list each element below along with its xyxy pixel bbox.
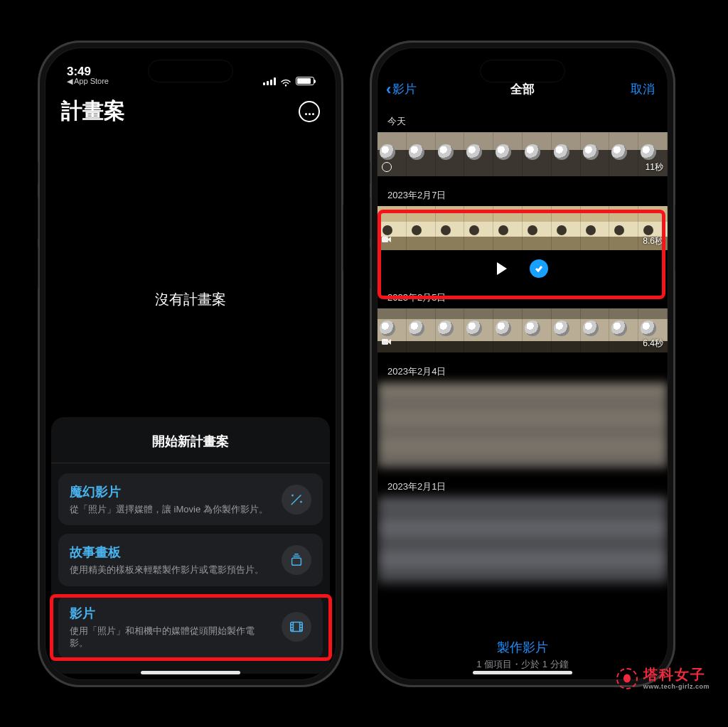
clip-item-selected[interactable]: 8.6秒 (378, 206, 668, 250)
new-project-sheet: 開始新計畫案 魔幻影片 從「照片」選擇媒體，讓 iMovie 為你製作影片。 (51, 417, 330, 674)
section-label: 2023年2月1日 (378, 475, 668, 497)
side-button (370, 197, 370, 239)
cancel-button[interactable]: 取消 (631, 81, 655, 97)
wand-icon (282, 485, 311, 515)
clip-item-blurred[interactable] (378, 497, 668, 583)
option-magic-movie[interactable]: 魔幻影片 從「照片」選擇媒體，讓 iMovie 為你製作影片。 (58, 473, 323, 526)
option-movie[interactable]: 影片 使用「照片」和相機中的媒體從頭開始製作電影。 (58, 595, 323, 659)
side-button (38, 197, 38, 239)
option-title: 影片 (70, 605, 272, 622)
watermark-name: 塔科女子 (643, 667, 710, 682)
more-button[interactable] (299, 101, 320, 122)
clip-item-blurred[interactable] (378, 382, 668, 468)
film-icon (282, 612, 311, 642)
back-button[interactable]: ‹ 影片 (386, 81, 417, 97)
dynamic-island (148, 60, 233, 82)
live-photo-icon (382, 162, 392, 172)
side-button (370, 161, 370, 184)
video-icon (382, 233, 392, 246)
battery-icon (296, 77, 314, 85)
lightbulb-icon (616, 668, 638, 689)
option-title: 魔幻影片 (70, 483, 272, 500)
option-storyboard[interactable]: 故事畫板 使用精美的樣板來輕鬆製作影片或電影預告片。 (58, 534, 323, 586)
empty-state-text: 沒有計畫案 (46, 290, 336, 309)
svg-rect-4 (382, 339, 388, 345)
phone-mockup-right: ‹ 影片 全部 取消 今天 11秒 2023年2月7日 (370, 41, 675, 687)
section-label: 2023年2月5日 (378, 286, 668, 308)
phone-mockup-left: 3:49 ◀ App Store 計畫案 (38, 41, 343, 687)
clip-duration: 6.4秒 (643, 338, 663, 350)
create-movie-button[interactable]: 製作影片 (378, 639, 668, 656)
svg-rect-1 (292, 558, 301, 565)
stack-icon (282, 545, 311, 575)
ellipsis-icon (304, 105, 315, 117)
watermark: 塔科女子 www.tech-girlz.com (616, 667, 710, 690)
sheet-title: 開始新計畫案 (51, 417, 330, 463)
side-button (675, 204, 675, 271)
section-label: 2023年2月4日 (378, 360, 668, 382)
svg-rect-3 (382, 237, 388, 242)
video-icon (382, 335, 392, 348)
home-indicator[interactable] (141, 671, 240, 674)
media-list[interactable]: 今天 11秒 2023年2月7日 8.6秒 (378, 109, 668, 623)
home-indicator[interactable] (473, 671, 572, 674)
wifi-icon (280, 77, 291, 85)
status-time: 3:49 (67, 65, 91, 77)
clip-item[interactable]: 11秒 (378, 132, 668, 176)
side-button (370, 247, 370, 289)
dynamic-island (480, 60, 565, 82)
clip-controls (378, 253, 668, 284)
back-app-label: App Store (74, 77, 109, 85)
nav-title: 全部 (378, 81, 668, 97)
clip-item[interactable]: 6.4秒 (378, 308, 668, 352)
option-desc: 從「照片」選擇媒體，讓 iMovie 為你製作影片。 (70, 503, 272, 516)
cellular-icon (263, 77, 276, 85)
footer-bar: 製作影片 1 個項目・少於 1 分鐘 (378, 639, 668, 671)
side-button (343, 204, 343, 271)
back-to-app[interactable]: ◀ App Store (67, 77, 109, 85)
chevron-left-icon: ‹ (386, 82, 391, 97)
play-button[interactable] (497, 262, 507, 275)
clip-duration: 11秒 (646, 161, 663, 173)
section-label: 2023年2月7日 (378, 183, 668, 206)
selected-check-icon[interactable] (530, 259, 548, 278)
side-button (38, 161, 38, 184)
back-label: 影片 (392, 81, 417, 97)
watermark-url: www.tech-girlz.com (643, 684, 710, 690)
page-title: 計畫案 (61, 97, 125, 126)
chevron-left-icon: ◀ (67, 77, 73, 85)
svg-point-0 (285, 85, 287, 86)
option-desc: 使用精美的樣板來輕鬆製作影片或電影預告片。 (70, 564, 272, 576)
section-label: 今天 (378, 109, 668, 132)
clip-duration: 8.6秒 (643, 235, 663, 247)
option-desc: 使用「照片」和相機中的媒體從頭開始製作電影。 (70, 625, 272, 650)
side-button (38, 247, 38, 289)
option-title: 故事畫板 (70, 544, 272, 561)
